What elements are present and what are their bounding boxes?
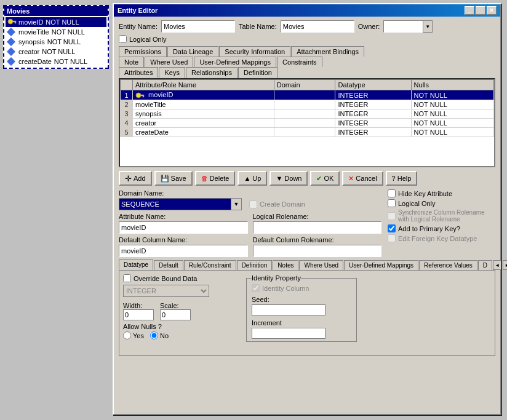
seed-input[interactable]	[252, 304, 325, 315]
maximize-button[interactable]: □	[476, 6, 485, 15]
no-radio-label: No	[150, 331, 169, 339]
tab-permissions[interactable]: Permissions	[119, 46, 167, 57]
no-radio[interactable]	[150, 331, 158, 339]
svg-rect-3	[7, 28, 15, 36]
tab-attributes[interactable]: Attributes	[119, 67, 158, 78]
tab-data-lineage[interactable]: Data Lineage	[167, 46, 218, 57]
tab-bottom-where-used[interactable]: Where Used	[299, 260, 343, 270]
domain-select[interactable]: SEQUENCE	[119, 198, 242, 210]
width-input[interactable]	[123, 309, 154, 320]
sync-rolename-checkbox[interactable]	[388, 212, 396, 220]
tree-item-constraint: NOT NULL	[54, 58, 87, 65]
tab-d[interactable]: D	[478, 260, 492, 270]
table-row[interactable]: 1 movieID INTEGER NOT NULL	[121, 90, 494, 100]
ok-button[interactable]: ✔ OK	[310, 171, 340, 186]
scale-input[interactable]	[160, 309, 191, 320]
tree-item-synopsis[interactable]: synopsis NOT NULL	[6, 37, 106, 47]
down-button[interactable]: ▼ Down	[269, 171, 308, 186]
window-controls: _ □ ✕	[465, 6, 497, 15]
tab-datatype[interactable]: Datatype	[119, 260, 153, 270]
add-button[interactable]: ✛ Add	[119, 171, 152, 186]
create-domain-check-row: Create Domain	[249, 200, 305, 208]
edit-fk-row: Edit Foreign Key Datatype	[388, 234, 495, 242]
table-row[interactable]: 3 synopsis INTEGER NOT NULL	[121, 109, 494, 119]
col-num	[121, 80, 133, 90]
logical-only-attr-checkbox[interactable]	[388, 199, 396, 207]
logical-rolename-group: Logical Rolename:	[253, 213, 382, 234]
seed-label: Seed:	[252, 296, 351, 303]
tree-item-createdate[interactable]: createDate NOT NULL	[6, 57, 106, 66]
tab-prev-button[interactable]: ◄	[493, 260, 501, 270]
attr-nulls-cell: NOT NULL	[411, 109, 493, 119]
window-titlebar: Entity Editor _ □ ✕	[114, 4, 500, 17]
tab-notes[interactable]: Notes	[273, 260, 298, 270]
table-name-input[interactable]	[281, 20, 354, 33]
help-button[interactable]: ? Help	[386, 171, 418, 186]
tree-item-name: synopsis	[18, 38, 45, 46]
tab-bottom-definition[interactable]: Definition	[237, 260, 273, 270]
svg-rect-2	[15, 22, 16, 23]
tree-item-constraint: NOT NULL	[52, 28, 85, 36]
up-button[interactable]: ▲ Up	[238, 171, 267, 186]
diamond-icon	[7, 57, 17, 66]
attr-name-cell: synopsis	[133, 109, 274, 119]
attr-name-input[interactable]	[119, 221, 248, 234]
tab-udm[interactable]: User-Defined Mappings	[194, 57, 276, 67]
close-button[interactable]: ✕	[487, 6, 497, 15]
attr-name-cell: creator	[133, 119, 274, 128]
tab-note[interactable]: Note	[119, 57, 144, 67]
logical-rolename-input[interactable]	[253, 221, 382, 234]
tab-where-used[interactable]: Where Used	[145, 57, 193, 67]
datatype-combo-wrapper: INTEGER	[123, 285, 209, 297]
add-to-pk-checkbox[interactable]	[388, 224, 396, 232]
create-domain-checkbox[interactable]	[249, 200, 257, 208]
row-num: 3	[121, 109, 133, 119]
minimize-button[interactable]: _	[465, 6, 474, 15]
table-row[interactable]: 2 movieTitle INTEGER NOT NULL	[121, 100, 494, 109]
tab-attachment-bindings[interactable]: Attachment Bindings	[291, 46, 364, 57]
datatype-select[interactable]: INTEGER	[123, 285, 209, 297]
identity-column-row: Identity Column	[252, 284, 351, 292]
edit-fk-checkbox[interactable]	[388, 234, 396, 242]
logical-only-check-row: Logical Only	[388, 199, 495, 207]
tab-bottom-udm[interactable]: User-Defined Mappings	[344, 260, 418, 270]
tab-reference-values[interactable]: Reference Values	[419, 260, 477, 270]
tab-next-button[interactable]: ►	[503, 260, 507, 270]
increment-input[interactable]	[252, 328, 325, 339]
table-row[interactable]: 4 creator INTEGER NOT NULL	[121, 119, 494, 128]
default-col-input[interactable]	[119, 245, 248, 257]
attr-name-group: Attribute Name:	[119, 213, 248, 234]
tab-rule-constraint[interactable]: Rule/Constraint	[184, 260, 236, 270]
save-button[interactable]: 💾 Save	[154, 171, 193, 186]
logical-only-label: Logical Only	[129, 36, 167, 43]
yes-radio[interactable]	[123, 331, 131, 339]
entity-name-input[interactable]	[161, 20, 235, 33]
table-row[interactable]: 5 createDate INTEGER NOT NULL	[121, 128, 494, 137]
save-icon: 💾	[161, 175, 169, 183]
entity-tree-header: Movies	[4, 6, 108, 16]
tree-item-movietitle[interactable]: movieTitle NOT NULL	[6, 27, 106, 37]
tab-nav-buttons: ◄ ►	[493, 260, 507, 270]
increment-label: Increment	[252, 319, 351, 327]
tree-item-creator[interactable]: creator NOT NULL	[6, 47, 106, 57]
tab-default[interactable]: Default	[154, 260, 183, 270]
identity-column-checkbox[interactable]	[252, 284, 260, 292]
tree-item-movieid[interactable]: movieID NOT NULL	[6, 17, 106, 27]
delete-icon: 🗑	[201, 175, 208, 182]
add-to-pk-row: Add to Primary Key?	[388, 224, 495, 232]
tab-security-info[interactable]: Security Information	[219, 46, 290, 57]
tab-keys[interactable]: Keys	[159, 67, 185, 78]
default-col-rolename-input[interactable]	[253, 245, 382, 257]
key-icon	[7, 18, 17, 26]
owner-dropdown-arrow[interactable]: ▼	[423, 20, 433, 33]
delete-button[interactable]: 🗑 Delete	[195, 171, 236, 186]
override-checkbox[interactable]	[123, 274, 131, 282]
hide-key-attr-checkbox[interactable]	[388, 189, 396, 197]
logical-only-checkbox[interactable]	[119, 35, 127, 43]
down-arrow-icon: ▼	[276, 175, 282, 182]
tab-relationships[interactable]: Relationships	[186, 67, 238, 78]
tab-constraints[interactable]: Constraints	[277, 57, 322, 67]
cancel-button[interactable]: ✕ Cancel	[342, 171, 383, 186]
row-num: 4	[121, 119, 133, 128]
tab-definition[interactable]: Definition	[238, 67, 277, 78]
